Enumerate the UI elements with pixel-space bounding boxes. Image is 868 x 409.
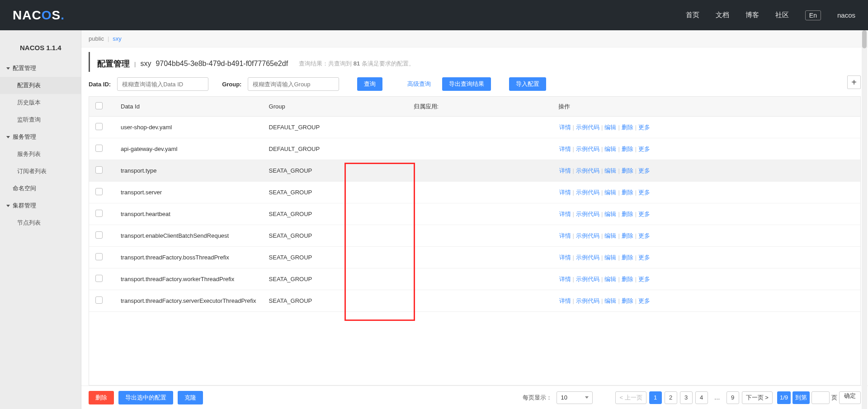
op-edit[interactable]: 编辑 [604, 124, 616, 131]
op-sample[interactable]: 示例代码 [576, 297, 599, 304]
op-sample[interactable]: 示例代码 [576, 167, 599, 174]
advanced-query-link[interactable]: 高级查询 [401, 77, 438, 91]
op-delete[interactable]: 删除 [622, 276, 633, 282]
op-delete[interactable]: 删除 [622, 211, 633, 217]
row-checkbox[interactable] [95, 188, 103, 195]
import-config-button[interactable]: 导入配置 [509, 77, 546, 91]
sidebar-group-namespace[interactable]: 命名空间 [0, 180, 81, 197]
op-more[interactable]: 更多 [638, 124, 650, 131]
namespace-public[interactable]: public [89, 35, 104, 42]
op-detail[interactable]: 详情 [559, 189, 571, 196]
page-1-button[interactable]: 1 [649, 391, 662, 404]
user-label[interactable]: nacos [837, 11, 855, 19]
row-checkbox[interactable] [95, 210, 103, 217]
sidebar-item-nodes[interactable]: 节点列表 [0, 214, 81, 231]
sidebar-group-cluster[interactable]: 集群管理 [0, 197, 81, 214]
op-detail[interactable]: 详情 [559, 146, 571, 152]
page-3-button[interactable]: 3 [680, 391, 693, 404]
op-detail[interactable]: 详情 [559, 232, 571, 239]
op-sample[interactable]: 示例代码 [576, 254, 599, 261]
table-row: transport.threadFactory.workerThreadPref… [89, 268, 860, 290]
dataid-label: Data ID: [89, 81, 111, 88]
scrollbar-thumb[interactable] [862, 30, 867, 48]
op-detail[interactable]: 详情 [559, 276, 571, 282]
op-edit[interactable]: 编辑 [604, 297, 616, 304]
op-edit[interactable]: 编辑 [604, 211, 616, 217]
sidebar-item-listen[interactable]: 监听查询 [0, 111, 81, 128]
nav-community[interactable]: 社区 [775, 11, 789, 19]
op-more[interactable]: 更多 [638, 211, 650, 217]
namespace-sxy[interactable]: sxy [113, 35, 122, 42]
row-checkbox[interactable] [95, 166, 103, 174]
sidebar-group-config[interactable]: 配置管理 [0, 60, 81, 77]
op-delete[interactable]: 删除 [622, 232, 633, 239]
row-checkbox[interactable] [95, 296, 103, 304]
op-edit[interactable]: 编辑 [604, 189, 616, 196]
add-config-button[interactable]: + [847, 75, 861, 89]
op-sample[interactable]: 示例代码 [576, 276, 599, 282]
op-edit[interactable]: 编辑 [604, 146, 616, 152]
op-sample[interactable]: 示例代码 [576, 189, 599, 196]
nav-docs[interactable]: 文档 [716, 11, 729, 19]
nav-blog[interactable]: 博客 [745, 11, 759, 19]
op-sample[interactable]: 示例代码 [576, 124, 599, 131]
row-checkbox[interactable] [95, 275, 103, 282]
goto-page-input[interactable] [811, 391, 830, 404]
op-edit[interactable]: 编辑 [604, 276, 616, 282]
table-row: api-gateway-dev.yamlDEFAULT_GROUP详情|示例代码… [89, 138, 860, 160]
goto-confirm-button[interactable]: 确定 [839, 391, 861, 404]
page-9-button[interactable]: 9 [726, 391, 739, 404]
op-delete[interactable]: 删除 [622, 124, 633, 131]
op-detail[interactable]: 详情 [559, 124, 571, 131]
dataid-input[interactable] [117, 77, 208, 91]
group-input[interactable] [248, 77, 339, 91]
sidebar-item-config-list[interactable]: 配置列表 [0, 77, 81, 94]
sidebar-item-history[interactable]: 历史版本 [0, 94, 81, 111]
op-edit[interactable]: 编辑 [604, 232, 616, 239]
clone-button[interactable]: 克隆 [178, 391, 203, 404]
page-4-button[interactable]: 4 [695, 391, 708, 404]
op-detail[interactable]: 详情 [559, 167, 571, 174]
sidebar-item-service-list[interactable]: 服务列表 [0, 146, 81, 163]
op-delete[interactable]: 删除 [622, 189, 633, 196]
export-selected-button[interactable]: 导出选中的配置 [118, 391, 173, 404]
op-sample[interactable]: 示例代码 [576, 211, 599, 217]
export-results-button[interactable]: 导出查询结果 [442, 77, 491, 91]
nav-home[interactable]: 首页 [686, 11, 699, 19]
op-more[interactable]: 更多 [638, 254, 650, 261]
page-size-select[interactable]: 10 [557, 391, 593, 404]
op-more[interactable]: 更多 [638, 297, 650, 304]
lang-toggle[interactable]: En [805, 10, 821, 20]
op-more[interactable]: 更多 [638, 167, 650, 174]
sidebar-item-subscribers[interactable]: 订阅者列表 [0, 163, 81, 180]
op-delete[interactable]: 删除 [622, 146, 633, 152]
op-delete[interactable]: 删除 [622, 167, 633, 174]
op-detail[interactable]: 详情 [559, 254, 571, 261]
op-detail[interactable]: 详情 [559, 211, 571, 217]
config-table: Data Id Group 归属应用: 操作 user-shop-dev.yam… [89, 97, 860, 312]
cell-dataid: api-gateway-dev.yaml [114, 138, 263, 160]
query-button[interactable]: 查询 [357, 77, 382, 91]
op-delete[interactable]: 删除 [622, 254, 633, 261]
op-more[interactable]: 更多 [638, 232, 650, 239]
op-detail[interactable]: 详情 [559, 297, 571, 304]
op-edit[interactable]: 编辑 [604, 254, 616, 261]
row-checkbox[interactable] [95, 253, 103, 260]
next-page-button[interactable]: 下一页 > [742, 391, 773, 404]
row-checkbox[interactable] [95, 231, 103, 239]
scrollbar[interactable] [862, 30, 867, 409]
page-2-button[interactable]: 2 [665, 391, 677, 404]
select-all-checkbox[interactable] [95, 102, 103, 109]
op-more[interactable]: 更多 [638, 146, 650, 152]
op-edit[interactable]: 编辑 [604, 167, 616, 174]
op-delete[interactable]: 删除 [622, 297, 633, 304]
op-more[interactable]: 更多 [638, 189, 650, 196]
batch-delete-button[interactable]: 删除 [89, 391, 114, 404]
op-sample[interactable]: 示例代码 [576, 232, 599, 239]
row-checkbox[interactable] [95, 123, 103, 130]
op-sample[interactable]: 示例代码 [576, 146, 599, 152]
op-more[interactable]: 更多 [638, 276, 650, 282]
prev-page-button[interactable]: < 上一页 [615, 391, 646, 404]
row-checkbox[interactable] [95, 145, 103, 152]
sidebar-group-service[interactable]: 服务管理 [0, 128, 81, 146]
